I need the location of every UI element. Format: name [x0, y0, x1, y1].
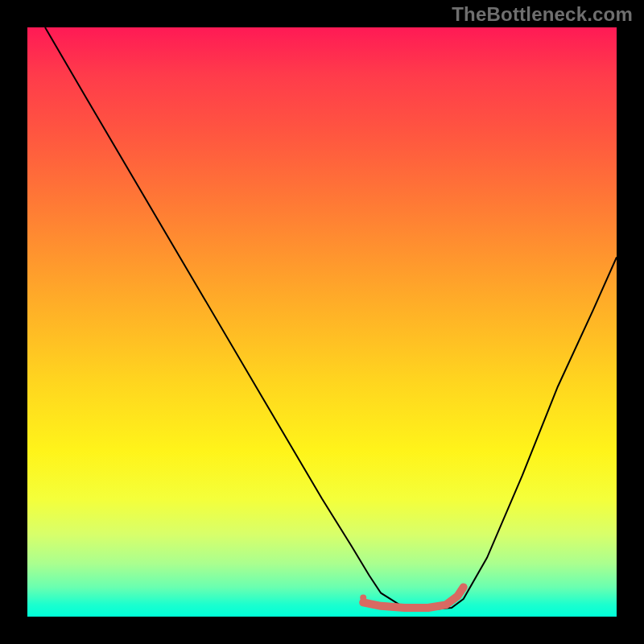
watermark-text: TheBottleneck.com: [452, 3, 633, 26]
min-dot: [360, 595, 366, 601]
curve-line: [45, 27, 617, 609]
plot-area: [27, 27, 617, 617]
chart-svg: [27, 27, 617, 617]
chart-frame: { "watermark": "TheBottleneck.com", "cha…: [0, 0, 644, 644]
